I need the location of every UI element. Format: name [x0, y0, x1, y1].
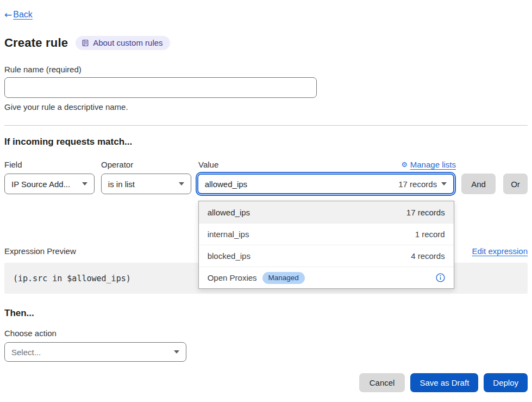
- value-label: Value: [198, 160, 218, 169]
- rule-name-helper: Give your rule a descriptive name.: [4, 102, 528, 112]
- and-button[interactable]: And: [461, 174, 496, 194]
- builder-labels-row: Field Operator Value ⚙ Manage lists: [4, 160, 528, 169]
- list-option-meta: 4 records: [411, 251, 445, 261]
- lists-dropdown-panel: allowed_ips 17 records internal_ips 1 re…: [198, 201, 454, 289]
- list-option-meta: 1 record: [415, 230, 445, 239]
- expression-preview-label: Expression Preview: [4, 246, 76, 256]
- save-as-draft-button[interactable]: Save as Draft: [410, 373, 478, 392]
- page-title: Create rule: [4, 36, 68, 50]
- field-label: Field: [4, 160, 101, 169]
- value-select[interactable]: allowed_ips 17 records: [197, 174, 454, 194]
- action-select[interactable]: Select...: [4, 342, 186, 362]
- back-link[interactable]: ← Back: [4, 9, 33, 20]
- book-icon: [82, 39, 89, 47]
- value-select-meta-wrap: 17 records: [398, 180, 447, 189]
- then-section-heading: Then...: [4, 308, 528, 319]
- back-row: ← Back: [4, 0, 528, 20]
- back-label: Back: [13, 10, 33, 20]
- footer-actions: Cancel Save as Draft Deploy: [4, 373, 528, 392]
- list-option-open-proxies[interactable]: Open Proxies Managed: [199, 267, 454, 288]
- operator-label: Operator: [101, 160, 195, 169]
- field-select[interactable]: IP Source Add...: [4, 174, 95, 194]
- deploy-button[interactable]: Deploy: [484, 373, 528, 392]
- list-option-name: blocked_ips: [208, 251, 251, 261]
- list-option-allowed-ips[interactable]: allowed_ips 17 records: [199, 201, 454, 223]
- manage-lists-label: Manage lists: [410, 160, 456, 169]
- list-option-meta: 17 records: [406, 208, 445, 217]
- list-option-blocked-ips[interactable]: blocked_ips 4 records: [199, 245, 454, 267]
- operator-select[interactable]: is in list: [101, 174, 191, 194]
- or-button[interactable]: Or: [503, 174, 528, 194]
- operator-select-value: is in list: [108, 180, 135, 189]
- chevron-down-icon: [179, 182, 184, 185]
- field-select-value: IP Source Add...: [11, 180, 70, 189]
- value-label-row: Value ⚙ Manage lists: [195, 160, 456, 169]
- list-option-internal-ips[interactable]: internal_ips 1 record: [199, 223, 454, 245]
- create-rule-page: ← Back Create rule About custom rules Ru…: [0, 0, 532, 392]
- about-custom-rules-link[interactable]: About custom rules: [76, 36, 170, 50]
- rule-name-label: Rule name (required): [4, 65, 528, 74]
- manage-lists-link[interactable]: ⚙ Manage lists: [401, 160, 456, 169]
- list-option-name: Open Proxies: [208, 273, 257, 282]
- info-icon[interactable]: [436, 273, 445, 282]
- title-row: Create rule About custom rules: [4, 36, 528, 50]
- cancel-button[interactable]: Cancel: [359, 373, 405, 392]
- managed-badge: Managed: [262, 272, 305, 284]
- choose-action-label: Choose action: [4, 329, 528, 338]
- match-section-heading: If incoming requests match...: [4, 137, 528, 147]
- chevron-down-icon: [441, 182, 447, 185]
- chevron-down-icon: [174, 350, 179, 354]
- list-option-name: internal_ips: [208, 230, 249, 239]
- action-select-placeholder: Select...: [11, 348, 41, 357]
- value-select-wrap: allowed_ips 17 records allowed_ips 17 re…: [197, 174, 454, 194]
- about-custom-rules-label: About custom rules: [93, 38, 162, 47]
- rule-name-input[interactable]: [4, 77, 317, 98]
- back-arrow-icon: ←: [4, 9, 12, 20]
- section-divider: [4, 125, 528, 126]
- gear-icon: ⚙: [401, 160, 408, 169]
- list-option-name-wrap: Open Proxies Managed: [208, 272, 305, 284]
- expression-code: (ip.src in $allowed_ips): [13, 274, 131, 283]
- value-select-name: allowed_ips: [205, 180, 247, 189]
- edit-expression-link[interactable]: Edit expression: [472, 246, 528, 256]
- chevron-down-icon: [82, 182, 87, 185]
- builder-row: IP Source Add... is in list allowed_ips …: [4, 174, 528, 194]
- list-option-name: allowed_ips: [208, 208, 250, 217]
- value-select-meta: 17 records: [398, 180, 437, 189]
